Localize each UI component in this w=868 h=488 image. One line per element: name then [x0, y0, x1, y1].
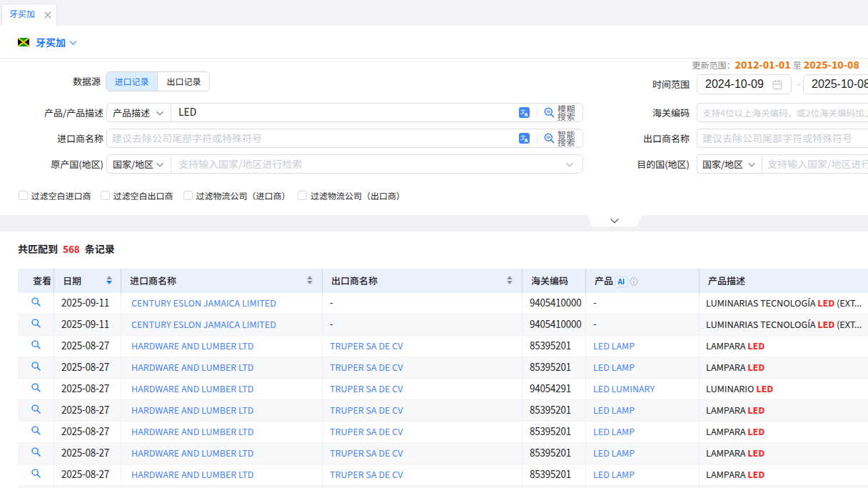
svg-text:A: A	[524, 136, 528, 144]
svg-text:A: A	[524, 111, 528, 118]
